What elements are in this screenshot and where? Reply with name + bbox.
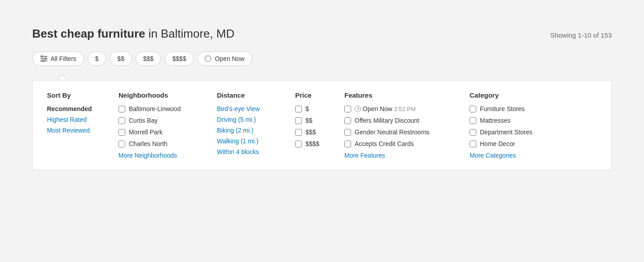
distance-walking[interactable]: Walking (1 mi.): [217, 137, 284, 145]
price-3: $$$: [295, 129, 334, 136]
clock-icon: [355, 106, 361, 112]
neighborhoods-header: Neighborhoods: [119, 91, 206, 99]
price-1: $: [295, 105, 334, 112]
feature-gender-neutral: Gender Neutral Restrooms: [344, 129, 459, 136]
neighborhood-curtis-bay-checkbox[interactable]: [119, 117, 125, 124]
category-mattresses-checkbox[interactable]: [470, 117, 476, 124]
open-now-button[interactable]: Open Now: [197, 52, 252, 66]
category-header: Category: [470, 91, 559, 99]
more-neighborhoods-link[interactable]: More Neighborhoods: [119, 152, 206, 159]
neighborhood-baltimore-linwood: Baltimore-Linwood: [119, 105, 206, 112]
features-col: Features Open Now 2:52 PM Offers Militar…: [344, 91, 470, 159]
feature-open-now-checkbox[interactable]: [344, 106, 351, 112]
neighborhood-charles-north: Charles North: [119, 140, 206, 147]
category-furniture-stores-checkbox[interactable]: [470, 106, 476, 112]
price-2: $$: [295, 117, 334, 124]
sort-most-reviewed[interactable]: Most Reviewed: [47, 127, 108, 134]
price-4-button[interactable]: $$$$: [165, 52, 194, 66]
sort-by-header: Sort By: [47, 91, 108, 99]
sort-recommended: Recommended: [47, 105, 108, 112]
svg-point-5: [42, 60, 44, 62]
svg-point-4: [45, 58, 47, 60]
dropdown-triangle-inner: [59, 75, 67, 79]
category-mattresses: Mattresses: [470, 117, 559, 124]
filter-panel: Sort By Recommended Highest Rated Most R…: [32, 80, 612, 170]
filters-icon: [40, 56, 48, 62]
neighborhoods-col: Neighborhoods Baltimore-Linwood Curtis B…: [119, 91, 217, 159]
feature-credit-cards-checkbox[interactable]: [344, 141, 351, 147]
feature-gender-neutral-checkbox[interactable]: [344, 129, 351, 136]
neighborhood-baltimore-linwood-checkbox[interactable]: [119, 106, 125, 112]
feature-military-discount-checkbox[interactable]: [344, 117, 351, 124]
more-features-link[interactable]: More Features: [344, 152, 459, 159]
results-count: Showing 1-10 of 153: [550, 31, 612, 39]
neighborhood-morrell-park: Morrell Park: [119, 129, 206, 136]
feature-military-discount: Offers Military Discount: [344, 117, 459, 124]
price-1-button[interactable]: $: [88, 52, 106, 66]
distance-driving[interactable]: Driving (5 mi.): [217, 116, 284, 123]
category-home-decor: Home Decor: [470, 140, 559, 147]
header-row: Best cheap furniture in Baltimore, MD Sh…: [32, 27, 612, 41]
sort-by-col: Sort By Recommended Highest Rated Most R…: [47, 91, 119, 159]
distance-col: Distance Bird's-eye View Driving (5 mi.)…: [217, 91, 295, 159]
category-department-stores: Department Stores: [470, 129, 559, 136]
page-title: Best cheap furniture in Baltimore, MD: [32, 27, 234, 41]
svg-point-3: [41, 56, 43, 57]
price-col: Price $ $$ $$$ $$$$: [295, 91, 344, 159]
all-filters-button[interactable]: All Filters: [32, 52, 84, 66]
price-3-button[interactable]: $$$: [136, 52, 161, 66]
category-home-decor-checkbox[interactable]: [470, 141, 476, 147]
price-1-checkbox[interactable]: [295, 106, 302, 112]
price-3-checkbox[interactable]: [295, 129, 302, 136]
price-2-button[interactable]: $$: [110, 52, 132, 66]
neighborhood-morrell-park-checkbox[interactable]: [119, 129, 125, 136]
more-categories-link[interactable]: More Categories: [470, 152, 559, 159]
neighborhood-curtis-bay: Curtis Bay: [119, 117, 206, 124]
price-2-checkbox[interactable]: [295, 117, 302, 124]
features-header: Features: [344, 91, 459, 99]
category-department-stores-checkbox[interactable]: [470, 129, 476, 136]
neighborhood-charles-north-checkbox[interactable]: [119, 141, 125, 147]
distance-header: Distance: [217, 91, 284, 99]
price-header: Price: [295, 91, 334, 99]
price-4-checkbox[interactable]: [295, 141, 302, 147]
sort-highest-rated[interactable]: Highest Rated: [47, 116, 108, 123]
price-4: $$$$: [295, 140, 334, 147]
distance-within-blocks[interactable]: Within 4 blocks: [217, 148, 284, 155]
category-furniture-stores: Furniture Stores: [470, 105, 559, 112]
distance-birds-eye[interactable]: Bird's-eye View: [217, 105, 284, 112]
distance-biking[interactable]: Biking (2 mi.): [217, 127, 284, 134]
filter-bar: All Filters $ $$ $$$ $$$$ Open Now: [32, 52, 612, 66]
feature-credit-cards: Accepts Credit Cards: [344, 140, 459, 147]
feature-open-now: Open Now 2:52 PM: [344, 105, 459, 112]
category-col: Category Furniture Stores Mattresses Dep…: [470, 91, 559, 159]
all-filters-label: All Filters: [51, 55, 76, 62]
clock-icon: [205, 56, 211, 62]
